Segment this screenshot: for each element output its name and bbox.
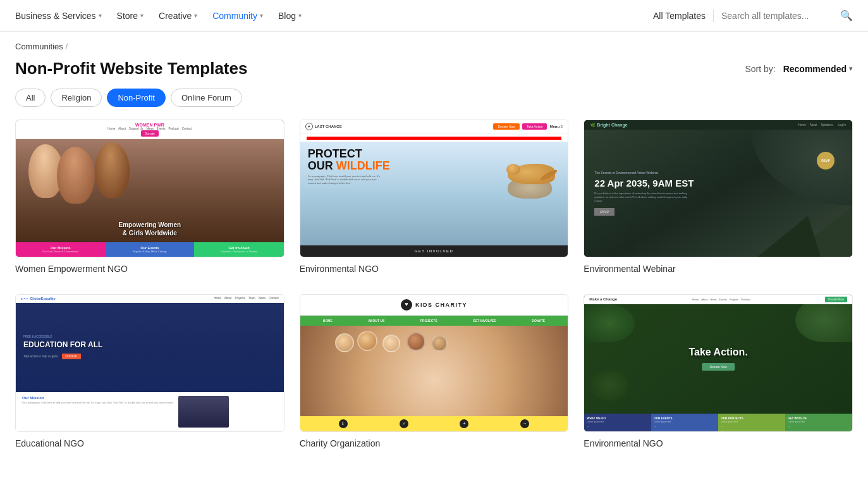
sort-by-control[interactable]: Sort by: Recommended ▾ — [745, 64, 853, 74]
template-thumbnail-women-empowerment: WOMEN PWR HomeAboutSupport UsNewsEventsP… — [15, 120, 284, 257]
chevron-down-icon: ▾ — [99, 12, 102, 19]
search-input[interactable] — [721, 11, 835, 21]
template-thumbnail-environmental-webinar: 🌿 Bright Change HomeAboutSpeakers Log In — [584, 120, 853, 257]
filter-online-forum[interactable]: Online Forum — [171, 89, 242, 107]
sort-by-value: Recommended — [783, 64, 847, 74]
nav-divider — [713, 9, 714, 22]
template-name-educational-ngo: Educational NGO — [15, 438, 284, 448]
nav-creative[interactable]: Creative ▾ — [159, 11, 197, 21]
sort-chevron-icon: ▾ — [849, 65, 853, 73]
nav-right: All Templates 🔍 — [653, 9, 853, 22]
page-header: Non-Profit Website Templates Sort by: Re… — [0, 56, 868, 89]
chevron-down-icon: ▾ — [260, 12, 263, 19]
template-card-environmental-ngo[interactable]: ♥ LAST CHANCE Donate Now Take Action Men… — [300, 120, 569, 274]
template-thumbnail-environmental-ngo: ♥ LAST CHANCE Donate Now Take Action Men… — [300, 120, 569, 257]
nav-business-services-label: Business & Services — [15, 11, 96, 21]
nav-blog-label: Blog — [278, 11, 296, 21]
template-thumbnail-educational-ngo: ≡ × + GlobeEquality HomeAboutProjectsTea… — [15, 294, 284, 432]
breadcrumb-area: Communities / — [0, 32, 868, 56]
template-card-environmental-ngo-2[interactable]: Make a Change HomeAboutNewsEventsProject… — [584, 294, 853, 448]
search-icon[interactable]: 🔍 — [840, 9, 853, 22]
template-name-environmental-webinar: Environmental Webinar — [584, 264, 853, 274]
all-templates-link[interactable]: All Templates — [653, 11, 706, 21]
nav-store[interactable]: Store ▾ — [117, 11, 144, 21]
nav-blog[interactable]: Blog ▾ — [278, 11, 302, 21]
filter-all[interactable]: All — [15, 89, 46, 107]
breadcrumb-separator: / — [65, 42, 68, 51]
navigation: Business & Services ▾ Store ▾ Creative ▾… — [0, 0, 868, 32]
template-card-charity-organization[interactable]: ♥ KIDS CHARITY HOME ABOUT US PROJECTS GE… — [300, 294, 569, 448]
template-card-environmental-webinar[interactable]: 🌿 Bright Change HomeAboutSpeakers Log In — [584, 120, 853, 274]
nav-business-services[interactable]: Business & Services ▾ — [15, 11, 102, 21]
breadcrumb-parent[interactable]: Communities — [15, 42, 63, 51]
nav-left: Business & Services ▾ Store ▾ Creative ▾… — [15, 11, 653, 21]
filter-religion[interactable]: Religion — [51, 89, 102, 107]
page-title: Non-Profit Website Templates — [15, 59, 247, 78]
template-card-women-empowerment[interactable]: WOMEN PWR HomeAboutSupport UsNewsEventsP… — [15, 120, 284, 274]
template-name-charity-organization: Charity Organization — [300, 438, 569, 448]
chevron-down-icon: ▾ — [140, 12, 144, 19]
sort-by-label: Sort by: — [745, 64, 776, 74]
template-name-women-empowerment: Women Empowerment NGO — [15, 264, 284, 274]
nav-community-label: Community — [212, 11, 257, 21]
template-card-educational-ngo[interactable]: ≡ × + GlobeEquality HomeAboutProjectsTea… — [15, 294, 284, 448]
template-name-environmental-ngo-2: Environmental NGO — [584, 438, 853, 448]
nav-creative-label: Creative — [159, 11, 192, 21]
template-thumbnail-charity-organization: ♥ KIDS CHARITY HOME ABOUT US PROJECTS GE… — [300, 294, 569, 432]
filter-tabs: All Religion Non-Profit Online Forum — [0, 89, 868, 120]
chevron-down-icon: ▾ — [194, 12, 197, 19]
chevron-down-icon: ▾ — [298, 12, 302, 19]
nav-store-label: Store — [117, 11, 138, 21]
nav-community[interactable]: Community ▾ — [212, 11, 263, 21]
search-bar: 🔍 — [721, 9, 853, 22]
filter-non-profit[interactable]: Non-Profit — [107, 89, 166, 107]
templates-grid: WOMEN PWR HomeAboutSupport UsNewsEventsP… — [0, 120, 868, 474]
template-thumbnail-environmental-ngo-2: Make a Change HomeAboutNewsEventsProject… — [584, 294, 853, 432]
breadcrumb: Communities / — [15, 42, 853, 51]
template-name-environmental-ngo: Environmental NGO — [300, 264, 569, 274]
